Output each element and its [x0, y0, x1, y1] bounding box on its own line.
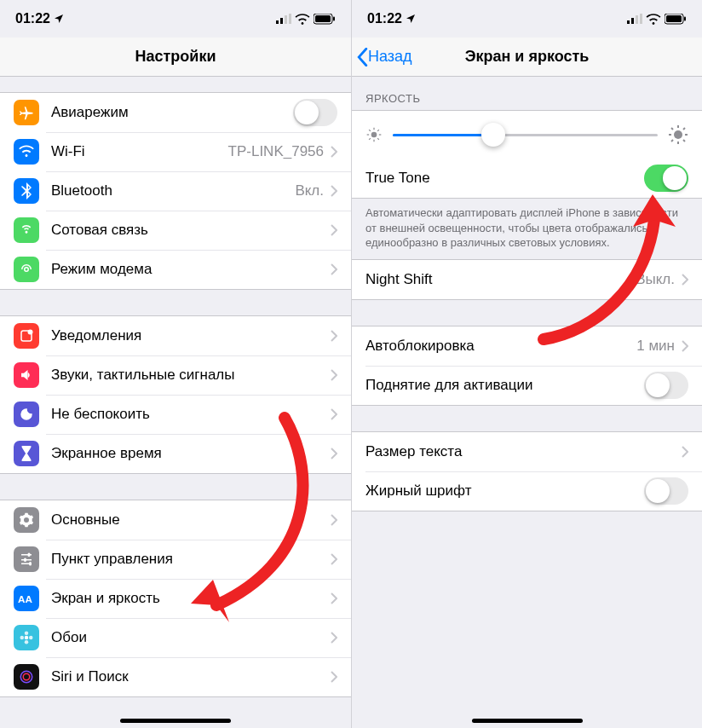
row-label: Экранное время [51, 445, 331, 462]
svg-line-41 [683, 128, 685, 130]
wifi-icon [14, 139, 39, 165]
row-cellular[interactable]: Сотовая связь [0, 211, 351, 250]
svg-rect-6 [333, 16, 335, 20]
back-button[interactable]: Назад [357, 48, 412, 66]
svg-line-30 [377, 138, 379, 140]
svg-rect-17 [627, 20, 630, 24]
sun-small-icon [365, 126, 383, 143]
row-label: Wi-Fi [51, 143, 228, 160]
flower-icon [14, 625, 39, 650]
svg-rect-22 [666, 15, 682, 22]
bluetooth-icon [14, 178, 39, 204]
footer-truetone: Автоматически адаптировать дисплей iPhon… [352, 199, 702, 259]
row-label: True Tone [365, 170, 644, 187]
row-hotspot[interactable]: Режим модема [0, 250, 351, 289]
svg-rect-2 [285, 15, 287, 24]
bold-switch[interactable] [644, 477, 688, 505]
svg-point-12 [25, 640, 29, 644]
section-header-brightness: ЯРКОСТЬ [352, 77, 702, 110]
row-textsize[interactable]: Размер текста [352, 432, 702, 471]
signal-icon [627, 14, 642, 24]
signal-icon [276, 14, 291, 24]
row-boldtext[interactable]: Жирный шрифт [352, 471, 702, 511]
airplane-switch[interactable] [293, 99, 337, 126]
group-autolock: Автоблокировка 1 мин Поднятие для актива… [352, 326, 702, 406]
home-indicator[interactable] [472, 719, 583, 723]
chevron-right-icon [331, 448, 337, 459]
sounds-icon [14, 362, 39, 388]
settings-root-pane: 01:22 Настройки Авиарежим [0, 0, 351, 728]
row-label: Сотовая связь [51, 222, 331, 239]
row-bluetooth[interactable]: Bluetooth Вкл. [0, 171, 351, 211]
row-label: Обои [51, 629, 331, 646]
row-control-center[interactable]: Пункт управления [0, 540, 351, 579]
brightness-slider[interactable] [393, 134, 658, 136]
row-label: Режим модема [51, 261, 331, 278]
truetone-switch[interactable] [644, 165, 688, 192]
chevron-right-icon [331, 632, 337, 644]
row-raise-to-wake[interactable]: Поднятие для активации [352, 366, 702, 405]
sun-large-icon [668, 124, 688, 145]
row-airplane[interactable]: Авиарежим [0, 93, 351, 132]
hotspot-icon [14, 257, 39, 282]
row-screentime[interactable]: Экранное время [0, 434, 351, 473]
cellular-icon [14, 217, 39, 243]
brightness-slider-row[interactable] [352, 111, 702, 159]
row-siri[interactable]: Siri и Поиск [0, 657, 351, 696]
row-label: Siri и Поиск [51, 668, 331, 685]
row-label: Экран и яркость [51, 590, 331, 607]
svg-line-31 [369, 138, 371, 140]
row-truetone[interactable]: True Tone [352, 159, 702, 198]
svg-line-32 [377, 130, 379, 131]
row-dnd[interactable]: Не беспокоить [0, 395, 351, 434]
svg-point-13 [20, 636, 25, 640]
chevron-right-icon [331, 408, 337, 420]
chevron-right-icon [331, 263, 337, 275]
chevron-right-icon [682, 446, 688, 458]
svg-line-40 [671, 140, 673, 142]
svg-point-15 [20, 671, 32, 683]
gear-icon [14, 507, 39, 533]
chevron-right-icon [331, 330, 337, 342]
row-notifications[interactable]: Уведомления [0, 316, 351, 355]
row-sounds[interactable]: Звуки, тактильные сигналы [0, 355, 351, 395]
row-label: Не беспокоить [51, 406, 331, 423]
row-wifi[interactable]: Wi-Fi TP-LINK_7956 [0, 132, 351, 171]
row-label: Авиарежим [51, 104, 293, 121]
chevron-right-icon [331, 671, 337, 683]
home-indicator[interactable] [120, 719, 231, 723]
group-notifications: Уведомления Звуки, тактильные сигналы Не… [0, 315, 351, 474]
row-value: 1 мин [636, 338, 675, 355]
svg-line-29 [369, 130, 371, 131]
svg-point-33 [674, 130, 682, 139]
settings-list[interactable]: Авиарежим Wi-Fi TP-LINK_7956 Bluetooth В… [0, 77, 351, 728]
row-display[interactable]: AA Экран и яркость [0, 579, 351, 618]
row-label: Звуки, тактильные сигналы [51, 367, 331, 384]
svg-rect-19 [636, 15, 638, 24]
svg-rect-3 [289, 14, 291, 24]
svg-rect-5 [315, 15, 331, 22]
display-settings-list[interactable]: ЯРКОСТЬ True Tone Автоматически адаптиро… [352, 77, 702, 728]
row-general[interactable]: Основные [0, 500, 351, 540]
svg-point-24 [371, 132, 377, 138]
airplane-icon [14, 100, 39, 125]
battery-icon [665, 14, 687, 25]
row-value: Выкл. [636, 271, 675, 288]
location-icon [406, 14, 416, 24]
wifi-icon [646, 14, 661, 25]
chevron-right-icon [331, 514, 337, 526]
row-autolock[interactable]: Автоблокировка 1 мин [352, 326, 702, 366]
row-wallpaper[interactable]: Обои [0, 618, 351, 657]
page-title: Экран и яркость [465, 48, 590, 66]
nav-bar: Настройки [0, 38, 351, 77]
chevron-right-icon [331, 592, 337, 604]
svg-rect-18 [631, 18, 634, 24]
wifi-icon [295, 14, 310, 25]
chevron-right-icon [682, 274, 688, 286]
raise-switch[interactable] [644, 372, 688, 399]
group-connectivity: Авиарежим Wi-Fi TP-LINK_7956 Bluetooth В… [0, 92, 351, 290]
row-nightshift[interactable]: Night Shift Выкл. [352, 260, 702, 299]
svg-rect-23 [684, 16, 686, 20]
location-icon [54, 14, 64, 24]
row-value: Вкл. [295, 182, 324, 199]
